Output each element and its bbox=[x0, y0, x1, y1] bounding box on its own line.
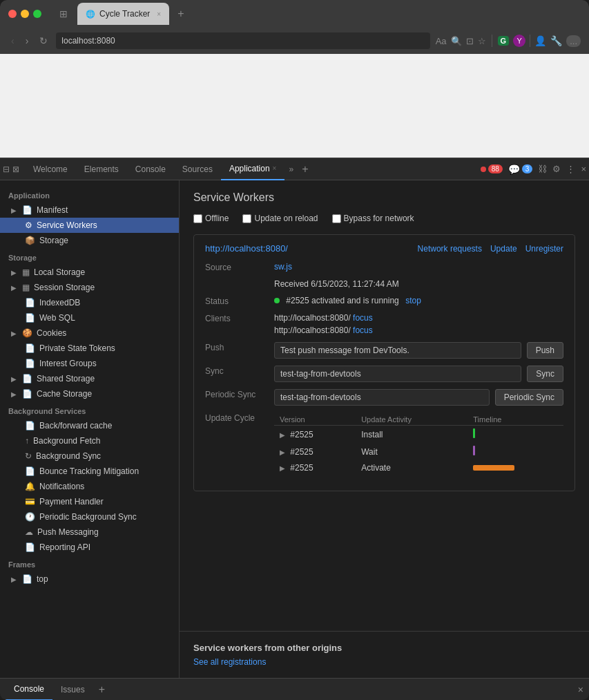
sidebar-item-background-fetch[interactable]: ↑ Background Fetch bbox=[0, 433, 179, 448]
sidebar-item-web-sql[interactable]: 📄 Web SQL bbox=[0, 310, 179, 325]
update-on-reload-checkbox[interactable] bbox=[242, 214, 251, 223]
see-all-registrations-link[interactable]: See all registrations bbox=[193, 657, 266, 667]
close-devtools-icon[interactable]: × bbox=[581, 164, 586, 174]
expand-icon[interactable]: ▶ bbox=[280, 448, 285, 456]
sidebar-item-private-state-tokens[interactable]: 📄 Private State Tokens bbox=[0, 341, 179, 356]
sidebar-item-session-storage[interactable]: ▶ ▦ Session Storage bbox=[0, 280, 179, 295]
timeline-activate-bar bbox=[473, 465, 514, 471]
title-bar: ⊞ 🌐 Cycle Tracker × + bbox=[0, 0, 589, 28]
zoom-icon[interactable]: 🔍 bbox=[451, 36, 462, 46]
warnings-badge[interactable]: 💬 3 bbox=[508, 164, 533, 175]
bottom-tab-console[interactable]: Console bbox=[6, 679, 52, 701]
active-tab[interactable]: 🌐 Cycle Tracker × bbox=[77, 3, 169, 25]
push-button[interactable]: Push bbox=[527, 342, 563, 359]
new-tab-button[interactable]: + bbox=[172, 8, 189, 20]
options-row: Offline Update on reload Bypass for netw… bbox=[193, 214, 575, 223]
update-link[interactable]: Update bbox=[490, 244, 517, 254]
devtools-undock-icon[interactable]: ⊠ bbox=[12, 164, 19, 174]
sidebar-item-service-workers[interactable]: ⚙ Service Workers bbox=[0, 218, 179, 233]
offline-checkbox[interactable] bbox=[193, 214, 202, 223]
push-label: Push bbox=[205, 342, 274, 352]
maximize-button[interactable] bbox=[33, 10, 41, 18]
back-button[interactable]: ‹ bbox=[8, 34, 17, 48]
offline-option[interactable]: Offline bbox=[193, 214, 229, 223]
sidebar-toggle-icon[interactable]: ⊞ bbox=[52, 8, 75, 19]
close-bottom-panel-button[interactable]: × bbox=[578, 684, 583, 695]
grammarly-icon[interactable]: G bbox=[498, 36, 510, 46]
bypass-for-network-option[interactable]: Bypass for network bbox=[332, 214, 414, 223]
unregister-link[interactable]: Unregister bbox=[525, 244, 563, 254]
sidebar-item-payment-handler[interactable]: 💳 Payment Handler bbox=[0, 494, 179, 509]
tab-icon: 🌐 bbox=[86, 10, 95, 19]
sidebar-item-push-messaging[interactable]: ☁ Push Messaging bbox=[0, 524, 179, 540]
sidebar-item-cookies[interactable]: ▶ 🍪 Cookies bbox=[0, 325, 179, 341]
url-input[interactable]: localhost:8080 bbox=[56, 32, 429, 49]
sidebar-item-manifest[interactable]: ▶ 📄 Manifest bbox=[0, 202, 179, 218]
sidebar-item-local-storage[interactable]: ▶ ▦ Local Storage bbox=[0, 265, 179, 280]
expand-icon[interactable]: ▶ bbox=[280, 464, 285, 472]
account-icon[interactable]: 👤 bbox=[534, 35, 546, 46]
errors-badge[interactable]: 88 bbox=[481, 164, 503, 173]
more-options-icon[interactable]: ⋮ bbox=[566, 164, 575, 174]
reader-mode-icon[interactable]: Aa bbox=[436, 36, 447, 46]
bottom-tab-add-button[interactable]: + bbox=[93, 683, 110, 696]
table-row[interactable]: ▶ #2525 Activate bbox=[274, 460, 563, 475]
sync-input[interactable] bbox=[274, 366, 521, 382]
sidebar-item-back-forward-cache[interactable]: 📄 Back/forward cache bbox=[0, 418, 179, 433]
yoast-icon[interactable]: Y bbox=[513, 35, 525, 47]
extensions-icon[interactable]: 🔧 bbox=[550, 35, 562, 46]
frames-section-label: Frames bbox=[0, 555, 179, 571]
table-row[interactable]: ▶ #2525 Wait bbox=[274, 443, 563, 460]
back-forward-icon: 📄 bbox=[25, 421, 35, 431]
stop-link[interactable]: stop bbox=[405, 296, 421, 305]
more-icon[interactable]: ... bbox=[566, 35, 581, 47]
bookmark-icon[interactable]: ☆ bbox=[478, 36, 486, 46]
sidebar-item-background-sync[interactable]: ↻ Background Sync bbox=[0, 448, 179, 464]
push-input[interactable] bbox=[274, 342, 521, 359]
sidebar-item-shared-storage[interactable]: ▶ 📄 Shared Storage bbox=[0, 371, 179, 386]
timeline-wait-bar bbox=[473, 446, 475, 455]
minimize-button[interactable] bbox=[21, 10, 29, 18]
tab-close-button[interactable]: × bbox=[157, 10, 161, 18]
tab-application-close[interactable]: × bbox=[273, 164, 277, 172]
sw-js-link[interactable]: sw.js bbox=[274, 262, 292, 272]
sidebar-item-indexeddb[interactable]: 📄 IndexedDB bbox=[0, 295, 179, 310]
add-tab-button[interactable]: + bbox=[298, 163, 312, 176]
tab-welcome[interactable]: Welcome bbox=[25, 158, 76, 180]
settings-icon[interactable]: ⚙ bbox=[552, 164, 561, 174]
tab-title: Cycle Tracker bbox=[99, 9, 150, 19]
sidebar-item-bounce-tracking[interactable]: 📄 Bounce Tracking Mitigation bbox=[0, 464, 179, 479]
client2-focus-link[interactable]: focus bbox=[353, 325, 373, 335]
sidebar-item-notifications[interactable]: 🔔 Notifications bbox=[0, 479, 179, 494]
sidebar-item-periodic-background-sync[interactable]: 🕐 Periodic Background Sync bbox=[0, 509, 179, 524]
tab-console[interactable]: Console bbox=[127, 158, 174, 180]
bottom-tabs: Console Issues + × bbox=[0, 678, 589, 700]
tab-elements[interactable]: Elements bbox=[76, 158, 127, 180]
close-button[interactable] bbox=[8, 10, 17, 18]
devtools-dock-icon[interactable]: ⊟ bbox=[3, 164, 10, 174]
sidebar-item-cache-storage[interactable]: ▶ 📄 Cache Storage bbox=[0, 386, 179, 401]
bypass-for-network-checkbox[interactable] bbox=[332, 214, 341, 223]
tab-application[interactable]: Application × bbox=[221, 158, 285, 180]
update-on-reload-option[interactable]: Update on reload bbox=[242, 214, 318, 223]
sidebar-item-interest-groups[interactable]: 📄 Interest Groups bbox=[0, 356, 179, 371]
client1-focus-link[interactable]: focus bbox=[353, 313, 373, 323]
expand-icon[interactable]: ▶ bbox=[280, 431, 285, 439]
periodic-sync-label: Periodic Sync bbox=[205, 389, 274, 399]
periodic-sync-input[interactable] bbox=[274, 389, 490, 406]
table-row[interactable]: ▶ #2525 Install bbox=[274, 426, 563, 444]
reload-button[interactable]: ↻ bbox=[37, 34, 50, 48]
tab-sources[interactable]: Sources bbox=[174, 158, 221, 180]
sidebar-item-storage[interactable]: 📦 Storage bbox=[0, 233, 179, 248]
more-tabs-button[interactable]: » bbox=[284, 164, 298, 174]
network-requests-link[interactable]: Network requests bbox=[418, 244, 482, 254]
periodic-sync-button[interactable]: Periodic Sync bbox=[495, 389, 563, 406]
split-view-icon[interactable]: ⊡ bbox=[466, 36, 474, 46]
sidebar-item-top-frame[interactable]: ▶ 📄 top bbox=[0, 571, 179, 587]
bottom-tab-issues[interactable]: Issues bbox=[52, 679, 93, 701]
web-sql-icon: 📄 bbox=[25, 313, 35, 323]
network-conditions-icon[interactable]: ⛓ bbox=[538, 164, 547, 174]
sidebar-item-reporting-api[interactable]: 📄 Reporting API bbox=[0, 540, 179, 555]
sync-button[interactable]: Sync bbox=[527, 366, 563, 382]
forward-button[interactable]: › bbox=[23, 34, 32, 48]
